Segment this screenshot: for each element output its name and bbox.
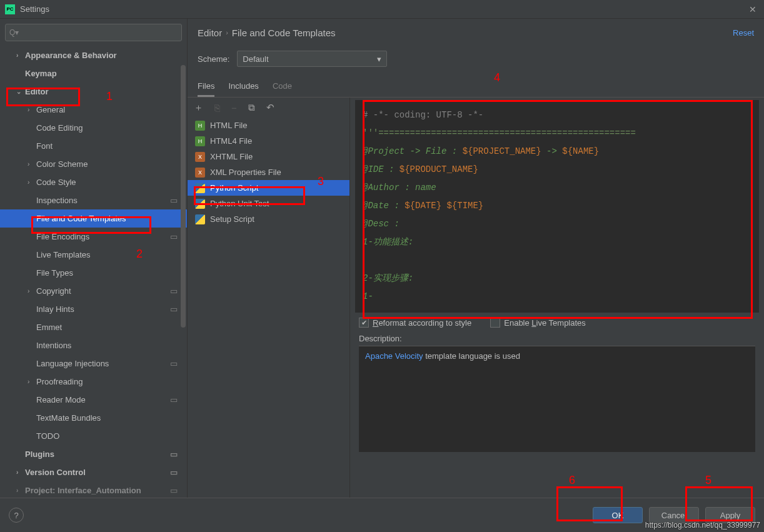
tree-appearance[interactable]: ›Appearance & Behavior	[0, 46, 187, 64]
help-icon[interactable]: ?	[9, 508, 24, 523]
settings-content: Editor › File and Code Templates Reset S…	[188, 19, 764, 498]
tree-intentions[interactable]: Intentions	[0, 336, 187, 354]
enable-live-templates-checkbox[interactable]: Enable Live Templates	[490, 318, 586, 328]
project-badge-icon: ▭	[169, 233, 178, 241]
chevron-right-icon: ›	[16, 52, 25, 59]
scheme-value: Default	[243, 54, 268, 64]
file-html4[interactable]: HHTML4 File	[188, 133, 349, 149]
breadcrumb: Editor › File and Code Templates Reset	[188, 19, 764, 46]
chevron-down-icon: ⌄	[16, 88, 25, 95]
tree-lang-injections[interactable]: Language Injections▭	[0, 354, 187, 373]
tab-files[interactable]: Files	[198, 77, 214, 97]
template-file-panel: ＋ ⎘ − ⧉ ↶ HHTML File HHTML4 File XXHTML …	[188, 98, 350, 498]
python-file-icon	[195, 199, 205, 209]
template-file-list: HHTML File HHTML4 File XXHTML File XXML …	[188, 118, 349, 498]
reset-link[interactable]: Reset	[733, 28, 754, 38]
project-badge-icon: ▭	[169, 196, 178, 205]
remove-icon[interactable]: −	[231, 103, 237, 113]
scheme-dropdown[interactable]: Default ▾	[237, 51, 387, 67]
template-tabs: Files Includes Code	[188, 78, 764, 98]
project-badge-icon: ▭	[169, 396, 178, 404]
project-badge-icon: ▭	[169, 468, 178, 477]
settings-search-input[interactable]: Q▾	[5, 24, 182, 41]
tree-file-encodings[interactable]: File Encodings▭	[0, 228, 187, 246]
close-icon[interactable]: ✕	[746, 3, 759, 16]
tree-plugins[interactable]: Plugins▭	[0, 445, 187, 463]
tree-copyright[interactable]: ›Copyright▭	[0, 282, 187, 300]
reformat-checkbox[interactable]: Reformat according to style	[359, 318, 471, 328]
html-file-icon: H	[195, 136, 205, 146]
description-box: Apache Velocity template language is use…	[359, 346, 755, 452]
tab-code[interactable]: Code	[273, 77, 292, 97]
tree-textmate[interactable]: TextMate Bundles	[0, 409, 187, 427]
xml-file-icon: X	[195, 168, 205, 178]
settings-sidebar: Q▾ ›Appearance & Behavior Keymap ⌄Editor…	[0, 19, 188, 498]
tree-font[interactable]: Font	[0, 137, 187, 155]
description-text: template language is used	[423, 351, 520, 361]
tree-live-templates[interactable]: Live Templates	[0, 246, 187, 264]
tree-inspections[interactable]: Inspections▭	[0, 191, 187, 209]
project-badge-icon: ▭	[169, 450, 178, 459]
project-badge-icon: ▭	[169, 287, 178, 296]
sidebar-scrollbar[interactable]	[181, 46, 187, 498]
ok-button[interactable]: OK	[593, 507, 643, 523]
tree-code-editing[interactable]: Code Editing	[0, 119, 187, 137]
python-file-icon	[195, 183, 205, 193]
file-setup-script[interactable]: Setup Script	[188, 211, 349, 227]
copy-icon[interactable]: ⧉	[248, 102, 255, 113]
tree-editor[interactable]: ⌄Editor	[0, 83, 187, 101]
tree-keymap[interactable]: Keymap	[0, 64, 187, 83]
tree-emmet[interactable]: Emmet	[0, 318, 187, 336]
chevron-down-icon: ▾	[377, 54, 381, 64]
tree-todo[interactable]: TODO	[0, 427, 187, 445]
tree-file-templates[interactable]: File and Code Templates	[0, 209, 187, 228]
search-placeholder: Q▾	[9, 28, 19, 37]
tree-reader-mode[interactable]: Reader Mode▭	[0, 391, 187, 409]
settings-tree: ›Appearance & Behavior Keymap ⌄Editor ›G…	[0, 44, 187, 498]
watermark: https://blog.csdn.net/qq_33999977	[645, 521, 760, 529]
tree-proofreading[interactable]: ›Proofreading	[0, 373, 187, 391]
breadcrumb-b: File and Code Templates	[232, 28, 336, 38]
copy-template-icon[interactable]: ⎘	[214, 103, 220, 113]
html-file-icon: H	[195, 121, 205, 131]
file-python-script[interactable]: Python Script	[188, 180, 349, 196]
project-badge-icon: ▭	[169, 486, 178, 495]
tree-version-control[interactable]: ›Version Control▭	[0, 463, 187, 481]
tree-file-types[interactable]: File Types	[0, 264, 187, 282]
tree-project[interactable]: ›Project: Interface_Automation▭	[0, 481, 187, 498]
tree-code-style[interactable]: ›Code Style	[0, 173, 187, 191]
undo-icon[interactable]: ↶	[266, 102, 274, 113]
checkbox-icon	[490, 318, 500, 328]
breadcrumb-a: Editor	[198, 28, 222, 38]
file-xhtml[interactable]: XXHTML File	[188, 149, 349, 164]
tree-inlay-hints[interactable]: Inlay Hints▭	[0, 300, 187, 318]
project-badge-icon: ▭	[169, 305, 178, 314]
tab-includes[interactable]: Includes	[228, 77, 258, 97]
project-badge-icon: ▭	[169, 359, 178, 368]
pycharm-logo-icon: PC	[5, 4, 15, 14]
window-title: Settings	[20, 4, 49, 14]
python-file-icon	[195, 214, 205, 224]
file-xmlprops[interactable]: XXML Properties File	[188, 164, 349, 180]
add-icon[interactable]: ＋	[194, 102, 203, 114]
description-label: Description:	[350, 328, 764, 346]
checkbox-icon	[359, 318, 369, 328]
tree-color-scheme[interactable]: ›Color Scheme	[0, 155, 187, 173]
apache-velocity-link[interactable]: Apache Velocity	[365, 351, 423, 361]
file-python-unittest[interactable]: Python Unit Test	[188, 196, 349, 211]
template-code-editor[interactable]: # -*- coding: UTF-8 -*- '''=============…	[355, 100, 759, 313]
tree-general[interactable]: ›General	[0, 101, 187, 119]
live-label: ive Templates	[536, 318, 586, 328]
separator-icon: ›	[226, 29, 228, 36]
reformat-label: eformat according to style	[378, 318, 471, 328]
scheme-label: Scheme:	[198, 54, 229, 64]
xhtml-file-icon: X	[195, 152, 205, 162]
template-editor-pane: # -*- coding: UTF-8 -*- '''=============…	[350, 98, 764, 498]
titlebar: PC Settings ✕	[0, 0, 764, 19]
file-html[interactable]: HHTML File	[188, 118, 349, 133]
